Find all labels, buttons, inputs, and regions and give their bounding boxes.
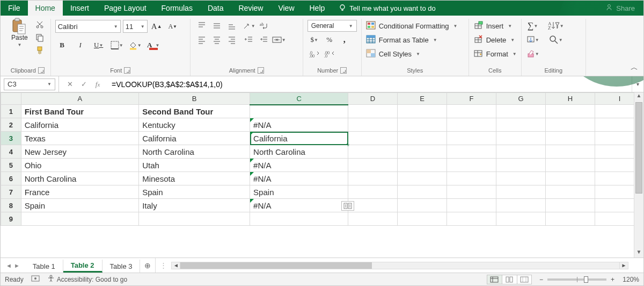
cell-G2[interactable] — [496, 118, 545, 132]
cell-E1[interactable] — [398, 105, 447, 118]
cell-B4[interactable]: North Carolina — [139, 145, 250, 159]
find-select-button[interactable]: ▼ — [546, 34, 566, 46]
cell-F9[interactable] — [447, 212, 496, 226]
cell-E8[interactable] — [398, 199, 447, 212]
cell-F3[interactable] — [447, 132, 496, 145]
cell-C2[interactable]: #N/A — [250, 118, 348, 132]
menu-help[interactable]: Help — [302, 1, 333, 16]
column-header-D[interactable]: D — [348, 93, 398, 105]
tell-me-search[interactable]: Tell me what you want to do — [332, 1, 442, 16]
cell-C1[interactable] — [250, 105, 348, 118]
align-center-button[interactable] — [210, 34, 224, 46]
scroll-right-button[interactable]: ► — [619, 262, 628, 269]
scroll-left-button[interactable]: ◄ — [172, 262, 180, 269]
increase-indent-button[interactable] — [257, 34, 271, 46]
cell-F5[interactable] — [447, 159, 496, 172]
cell-B6[interactable]: Minesota — [139, 172, 250, 185]
horizontal-scrollbar[interactable]: ◄ ► — [171, 262, 628, 269]
cell-H5[interactable] — [545, 159, 595, 172]
menu-home[interactable]: Home — [28, 1, 63, 16]
cell-A1[interactable]: First Band Tour — [21, 105, 139, 118]
italic-button[interactable]: I — [74, 39, 87, 51]
menu-review[interactable]: Review — [231, 1, 271, 16]
row-header-1[interactable]: 1 — [1, 105, 21, 118]
zoom-in-button[interactable]: + — [611, 276, 614, 283]
cell-D4[interactable] — [348, 145, 398, 159]
accounting-format-button[interactable]: $ ▼ — [308, 34, 321, 46]
row-header-9[interactable]: 9 — [1, 212, 21, 226]
row-header-8[interactable]: 8 — [1, 199, 21, 212]
menu-file[interactable]: File — [1, 1, 28, 16]
increase-font-button[interactable]: A▲ — [150, 20, 164, 32]
insert-function-button[interactable]: fx — [91, 79, 104, 90]
cell-H8[interactable] — [545, 199, 595, 212]
cell-D5[interactable] — [348, 159, 398, 172]
percent-format-button[interactable]: % — [323, 34, 336, 46]
cell-E2[interactable] — [398, 118, 447, 132]
column-header-H[interactable]: H — [545, 93, 595, 105]
cell-B7[interactable]: Spain — [139, 185, 250, 199]
zoom-level[interactable]: 120% — [619, 276, 639, 283]
cell-F8[interactable] — [447, 199, 496, 212]
cell-H7[interactable] — [545, 185, 595, 199]
hscroll-thumb[interactable] — [180, 262, 372, 269]
autosum-button[interactable]: ∑ ▼ — [526, 20, 540, 32]
accessibility-status[interactable]: Accessibility: Good to go — [47, 275, 127, 284]
column-header-E[interactable]: E — [398, 93, 447, 105]
cell-D2[interactable] — [348, 118, 398, 132]
cell-E9[interactable] — [398, 212, 447, 226]
orientation-button[interactable]: ▼ — [242, 20, 256, 32]
dialog-launcher-icon[interactable] — [38, 67, 45, 74]
align-top-button[interactable] — [195, 20, 209, 32]
new-sheet-button[interactable]: ⊕ — [140, 258, 155, 273]
page-break-view-button[interactable] — [517, 275, 532, 284]
conditional-formatting-button[interactable]: Conditional Formatting▼ — [366, 20, 458, 32]
increase-decimal-button[interactable]: .0.00 — [308, 48, 321, 60]
cell-H9[interactable] — [545, 212, 595, 226]
macro-recorder-icon[interactable] — [31, 275, 40, 284]
dialog-launcher-icon[interactable] — [124, 67, 130, 74]
align-left-button[interactable] — [195, 34, 209, 46]
column-header-G[interactable]: G — [496, 93, 545, 105]
share-button[interactable]: Share — [597, 1, 643, 16]
cell-F4[interactable] — [447, 145, 496, 159]
sheet-tab-table-2[interactable]: Table 2 — [63, 260, 103, 273]
cell-D1[interactable] — [348, 105, 398, 118]
cell-F6[interactable] — [447, 172, 496, 185]
sheet-tab-table-1[interactable]: Table 1 — [25, 260, 63, 273]
cut-button[interactable] — [33, 20, 46, 31]
format-as-table-button[interactable]: Format as Table▼ — [366, 34, 437, 46]
expand-formula-bar-button[interactable]: ▾ — [632, 76, 643, 92]
cell-C8[interactable]: #N/A — [250, 199, 348, 212]
cell-D9[interactable] — [348, 212, 398, 226]
cell-C5[interactable]: #N/A — [250, 159, 348, 172]
tab-next-button[interactable]: ► — [14, 262, 20, 269]
cell-C6[interactable]: #N/A — [250, 172, 348, 185]
cell-G6[interactable] — [496, 172, 545, 185]
collapse-ribbon-button[interactable]: ︿ — [631, 63, 638, 73]
cancel-formula-button[interactable]: ✕ — [63, 79, 76, 90]
normal-view-button[interactable] — [487, 275, 502, 284]
column-header-C[interactable]: C — [250, 93, 348, 105]
paste-button[interactable]: Paste ▼ — [9, 20, 30, 48]
cell-B2[interactable]: Kentucky — [139, 118, 250, 132]
align-right-button[interactable] — [225, 34, 239, 46]
fill-button[interactable]: ▼ — [526, 34, 540, 46]
cell-F2[interactable] — [447, 118, 496, 132]
cell-B3[interactable]: California — [139, 132, 250, 145]
cell-H3[interactable] — [545, 132, 595, 145]
sort-filter-button[interactable]: AZ▼ — [546, 20, 566, 32]
sheet-tab-table-3[interactable]: Table 3 — [103, 260, 141, 273]
fill-color-button[interactable]: ▼ — [128, 39, 142, 51]
row-header-2[interactable]: 2 — [1, 118, 21, 132]
format-painter-button[interactable] — [33, 46, 46, 56]
menu-data[interactable]: Data — [200, 1, 231, 16]
cell-A4[interactable]: New Jersey — [21, 145, 139, 159]
cell-H4[interactable] — [545, 145, 595, 159]
cell-A7[interactable]: France — [21, 185, 139, 199]
row-header-3[interactable]: 3 — [1, 132, 21, 145]
cell-F1[interactable] — [447, 105, 496, 118]
cell-D3[interactable] — [348, 132, 398, 145]
copy-button[interactable] — [33, 33, 46, 44]
scroll-down-button[interactable]: ▼ — [634, 249, 643, 258]
